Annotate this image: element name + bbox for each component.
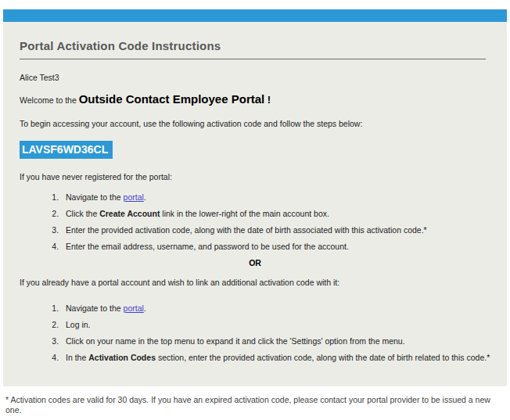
new-user-steps: Navigate to the portal. Click the Create… (20, 192, 490, 252)
step-bold-text: Create Account (99, 209, 160, 218)
step-text: . (144, 303, 146, 313)
welcome-prefix: Welcome to the (20, 95, 79, 105)
step-text: Enter the provided activation code, alon… (66, 225, 427, 235)
portal-name: Outside Contact Employee Portal (79, 92, 265, 106)
list-item: Navigate to the portal. (61, 192, 490, 203)
list-item: In the Activation Codes section, enter t… (61, 353, 490, 363)
step-text: Navigate to the (66, 303, 124, 313)
step-text: Enter the email address, username, and p… (66, 242, 349, 251)
portal-link[interactable]: portal (124, 192, 144, 202)
content-card: Portal Activation Code Instructions Alic… (3, 22, 507, 386)
step-text: Navigate to the (66, 192, 124, 202)
greeting-text: Alice Test3 (20, 73, 490, 83)
footnote: * Activation codes are valid for 30 days… (5, 395, 505, 415)
welcome-suffix: ! (264, 94, 271, 106)
step-text: Click the (66, 209, 99, 218)
list-item: Click the Create Account link in the low… (61, 209, 490, 219)
step-text: . (144, 192, 146, 202)
page-title: Portal Activation Code Instructions (20, 39, 490, 53)
section-new-heading: If you have never registered for the por… (20, 172, 490, 182)
or-divider: OR (20, 258, 490, 268)
step-bold-text: Activation Codes (88, 353, 156, 362)
title-divider (20, 59, 486, 59)
activation-code: LAVSF6WD36CL (20, 141, 113, 159)
step-text: Log in. (66, 320, 91, 329)
list-item: Enter the email address, username, and p… (61, 242, 490, 252)
list-item: Click on your name in the top menu to ex… (61, 336, 490, 346)
existing-user-steps: Navigate to the portal. Log in. Click on… (20, 303, 490, 363)
list-item: Enter the provided activation code, alon… (61, 225, 490, 235)
step-text: Click on your name in the top menu to ex… (66, 336, 405, 346)
step-text: link in the lower-right of the main acco… (160, 209, 329, 218)
activation-code-row: LAVSF6WD36CL (20, 141, 490, 159)
list-item: Log in. (61, 320, 490, 330)
section-existing-heading: If you already have a portal account and… (20, 278, 490, 288)
portal-link[interactable]: portal (124, 303, 144, 313)
step-text: In the (66, 353, 88, 362)
email-body: Portal Activation Code Instructions Alic… (0, 9, 510, 415)
top-accent-bar (3, 9, 507, 22)
list-item: Navigate to the portal. (61, 303, 490, 314)
intro-text: To begin accessing your account, use the… (20, 119, 490, 129)
welcome-line: Welcome to the Outside Contact Employee … (20, 92, 490, 107)
step-text: section, enter the provided activation c… (156, 353, 490, 362)
